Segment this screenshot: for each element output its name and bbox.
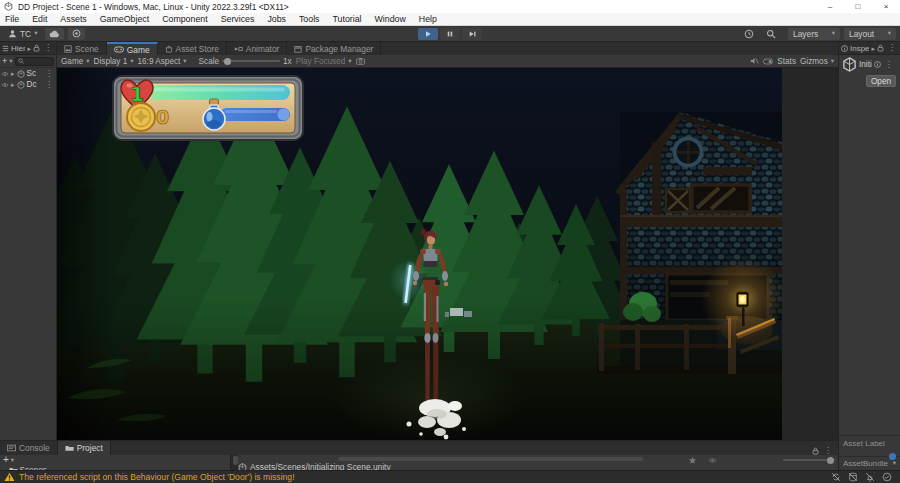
- tab-console[interactable]: Console: [0, 441, 58, 455]
- menu-services[interactable]: Services: [221, 14, 255, 24]
- project-asset-pane: Assets/Scenes/Initializing Scene.unity: [238, 455, 838, 471]
- chevron-right-icon[interactable]: ▸: [27, 45, 31, 52]
- kebab-menu-icon[interactable]: ⋮: [42, 44, 54, 52]
- maximize-button[interactable]: □: [844, 0, 872, 13]
- gizmos-dropdown[interactable]: Gizmos▾: [800, 57, 834, 66]
- undo-history-button[interactable]: [740, 28, 758, 40]
- layers-dropdown[interactable]: Layers ▾: [788, 28, 840, 40]
- eye-icon[interactable]: [1, 82, 9, 88]
- menu-jobs[interactable]: Jobs: [267, 14, 286, 24]
- menu-component[interactable]: Component: [162, 14, 207, 24]
- asset-name: Initi: [859, 60, 872, 69]
- add-button[interactable]: +: [3, 455, 9, 465]
- lock-icon[interactable]: [877, 44, 884, 52]
- menu-file[interactable]: File: [5, 14, 19, 24]
- asset-bundle-label: AssetBundle: [843, 459, 888, 468]
- layout-dropdown[interactable]: Layout ▾: [844, 28, 896, 40]
- play-button[interactable]: [418, 28, 438, 40]
- screenshot-camera-icon[interactable]: [356, 57, 365, 65]
- game-hud: 1 0: [113, 76, 303, 140]
- tab-label: Package Manager: [305, 44, 373, 54]
- label-tag-icon[interactable]: [889, 453, 896, 460]
- scale-label: Scale: [199, 57, 219, 66]
- menu-edit[interactable]: Edit: [32, 14, 47, 24]
- account-dropdown[interactable]: TC ▾: [4, 28, 41, 40]
- scrollbar-thumb[interactable]: [233, 456, 238, 465]
- mute-audio-icon[interactable]: [750, 57, 759, 65]
- minimize-button[interactable]: –: [816, 0, 844, 13]
- tab-animator[interactable]: Animator: [227, 42, 288, 55]
- favorite-icon[interactable]: [688, 456, 697, 465]
- tab-label: Scene: [75, 44, 99, 54]
- hierarchy-row-dontdestroy[interactable]: ▸ Dc ⋮: [0, 79, 56, 90]
- help-info-icon[interactable]: [874, 61, 881, 68]
- hierarchy-row-scene[interactable]: ▸ Sc ⋮: [0, 68, 56, 79]
- chevron-down-icon: ▾: [34, 30, 37, 37]
- kebab-menu-icon[interactable]: ⋮: [886, 44, 898, 52]
- account-label: TC: [20, 29, 31, 39]
- chevron-down-icon[interactable]: ▾: [893, 460, 896, 467]
- chevron-down-icon[interactable]: ▾: [9, 58, 12, 65]
- menu-assets[interactable]: Assets: [60, 14, 86, 24]
- menu-help[interactable]: Help: [419, 14, 437, 24]
- tab-asset-store[interactable]: Asset Store: [158, 42, 227, 55]
- close-button[interactable]: ×: [872, 0, 900, 13]
- asset-bundle-row[interactable]: AssetBundle ▾: [839, 456, 900, 470]
- lock-icon[interactable]: [33, 44, 40, 52]
- menu-tutorial[interactable]: Tutorial: [333, 14, 362, 24]
- display-dropdown[interactable]: Display 1▾: [94, 57, 134, 66]
- foldout-arrow-icon[interactable]: ▸: [11, 81, 15, 88]
- project-browser: + ▾ ▸ Scenes Assets/Scenes/Initializing …: [0, 455, 838, 471]
- add-button[interactable]: +: [2, 57, 7, 66]
- icon-size-slider[interactable]: [783, 459, 835, 461]
- tab-game[interactable]: Game: [107, 42, 158, 55]
- chevron-right-icon[interactable]: ▸: [871, 45, 875, 52]
- vsync-toggle-icon[interactable]: [763, 58, 773, 65]
- chevron-down-icon[interactable]: ▾: [11, 457, 14, 464]
- menu-tools[interactable]: Tools: [299, 14, 320, 24]
- step-button[interactable]: [462, 28, 482, 40]
- search-icon: [18, 58, 24, 64]
- vertical-scrollbar[interactable]: [230, 455, 238, 471]
- hierarchy-tab[interactable]: Hier ▸ ⋮: [0, 42, 56, 55]
- horizontal-scrollbar[interactable]: [338, 457, 643, 461]
- search-button[interactable]: [762, 28, 780, 40]
- slider-knob[interactable]: [224, 58, 231, 65]
- menu-window[interactable]: Window: [375, 14, 406, 24]
- kebab-menu-icon[interactable]: ⋮: [822, 447, 834, 455]
- cache-disabled-icon[interactable]: [848, 472, 858, 482]
- tab-project[interactable]: Project: [58, 441, 111, 455]
- cloud-button[interactable]: [45, 28, 64, 40]
- hierarchy-search-input[interactable]: [15, 57, 54, 66]
- tab-package-manager[interactable]: Package Manager: [287, 42, 381, 55]
- status-bar[interactable]: The referenced script on this Behaviour …: [0, 470, 900, 483]
- kebab-menu-icon[interactable]: ⋮: [43, 81, 55, 89]
- stats-button[interactable]: Stats: [777, 57, 796, 66]
- game-mode-dropdown[interactable]: Game▾: [61, 57, 90, 66]
- inspector-tab[interactable]: Inspe ▸ ⋮: [839, 42, 900, 55]
- cloud-icon: [49, 30, 60, 38]
- hidden-eye-icon[interactable]: [708, 456, 717, 465]
- status-message[interactable]: The referenced script on this Behaviour …: [19, 472, 295, 482]
- tab-label: Animator: [246, 44, 280, 54]
- kebab-menu-icon[interactable]: ⋮: [43, 70, 55, 78]
- aspect-dropdown[interactable]: 16:9 Aspect▾: [138, 57, 187, 66]
- eye-icon[interactable]: [1, 71, 9, 77]
- scale-slider[interactable]: [222, 60, 280, 62]
- kebab-menu-icon[interactable]: ⋮: [883, 61, 895, 69]
- tab-scene[interactable]: Scene: [57, 42, 107, 55]
- menu-gameobject[interactable]: GameObject: [100, 14, 149, 24]
- open-button[interactable]: Open: [866, 75, 896, 87]
- unity-editor-window: DD Project - Scene 1 - Windows, Mac, Lin…: [0, 0, 900, 483]
- check-circle-icon[interactable]: [882, 472, 892, 482]
- refresh-disabled-icon[interactable]: [831, 472, 841, 482]
- game-render-area[interactable]: 1 0: [57, 68, 782, 440]
- bell-disabled-icon[interactable]: [865, 472, 875, 482]
- chevron-down-icon: ▾: [183, 58, 186, 65]
- foldout-arrow-icon[interactable]: ▸: [11, 70, 15, 77]
- play-focused-dropdown[interactable]: Play Focused▾: [296, 57, 352, 66]
- lock-icon[interactable]: [812, 447, 819, 455]
- pause-button[interactable]: [440, 28, 460, 40]
- slider-knob[interactable]: [827, 457, 834, 464]
- version-control-button[interactable]: [68, 28, 85, 40]
